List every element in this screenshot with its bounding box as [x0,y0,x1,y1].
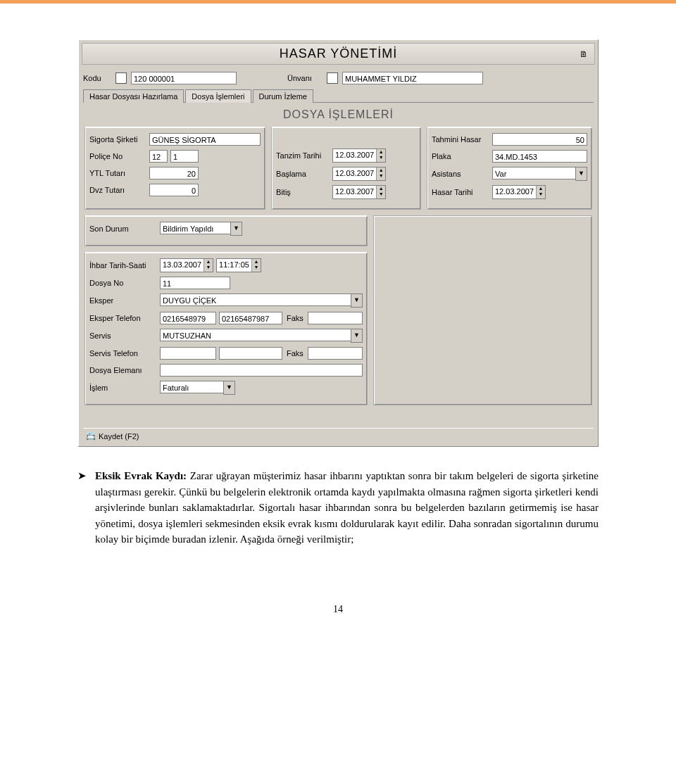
servis-faks-input[interactable] [308,347,363,360]
chevron-down-icon: ▼ [223,381,235,395]
baslama-label: Başlama [276,170,332,178]
eksper-combo[interactable]: DUYGU ÇİÇEK ▼ [160,293,363,308]
tanzim-tarihi-label: Tanzim Tarihi [276,151,332,160]
chevron-down-icon: ▼ [230,222,242,236]
eksper-tel2-input[interactable]: 02165487987 [219,312,282,324]
dvz-tutari-input[interactable]: 0 [149,184,199,196]
police-no-1-input[interactable]: 12 [149,150,168,163]
son-durum-label: Son Durum [89,225,160,233]
save-button[interactable]: Kaydet (F2) [99,432,139,441]
servis-faks-label: Faks [287,349,308,358]
ihbar-label: İhbar Tarih-Saati [89,261,160,270]
chevron-down-icon: ▼ [351,329,363,343]
group-hasar: Tahmini Hasar 50 Plaka 34.MD.1453 Asista… [427,127,592,210]
bullet-icon: ➤ [77,468,87,548]
servis-tel2-input[interactable] [219,347,282,360]
panel-title: DOSYA İŞLEMLERİ [80,103,596,125]
eksper-faks-input[interactable] [308,312,363,324]
sigorta-sirketi-input[interactable]: GÜNEŞ SİGORTA [149,133,261,146]
page-number: 14 [77,604,599,615]
faks-label: Faks [287,314,308,322]
tanzim-tarihi-input[interactable]: 12.03.2007▲▼ [332,148,386,163]
tab-bar: Hasar Dosyası Hazırlama Dosya İşlemleri … [83,89,594,103]
tahmini-hasar-label: Tahmini Hasar [432,135,492,144]
hasar-tarihi-label: Hasar Tarihi [432,188,492,196]
ytl-tutari-input[interactable]: 20 [149,167,199,179]
ytl-tutari-label: YTL Tutarı [89,169,149,177]
doc-icon[interactable] [115,72,127,84]
servis-tel1-input[interactable] [160,347,216,360]
asistans-combo[interactable]: Var ▼ [492,167,587,181]
ihbar-time-input[interactable]: 11:17:05▲▼ [216,258,261,272]
dosya-elemani-label: Dosya Elemanı [89,366,160,374]
dosya-no-input[interactable]: 11 [160,277,230,289]
kodu-input[interactable]: 120 000001 [131,72,237,84]
save-icon[interactable]: 📇 [86,431,96,441]
preview-panel [373,215,592,405]
tab-durum-izleme[interactable]: Durum İzleme [253,89,313,103]
unvani-input[interactable]: MUHAMMET YILDIZ [342,72,483,84]
dosya-elemani-input[interactable] [160,364,363,377]
plaka-input[interactable]: 34.MD.1453 [492,150,587,163]
ihbar-date-input[interactable]: 13.03.2007▲▼ [160,258,213,272]
islem-label: İşlem [89,384,160,392]
bottom-toolbar: 📇 Kaydet (F2) [83,428,594,443]
app-window: HASAR YÖNETİMİ 🗎 Kodu 120 000001 Ünvanı … [77,39,599,447]
dvz-tutari-label: Dvz Tutarı [89,186,149,194]
group-detay: İhbar Tarih-Saati 13.03.2007▲▼ 11:17:05▲… [84,252,368,405]
islem-combo[interactable]: Faturalı ▼ [160,381,235,395]
bitis-input[interactable]: 12.03.2007▲▼ [332,185,386,199]
chevron-down-icon: ▼ [351,293,363,308]
group-son-durum: Son Durum Bildirim Yapıldı ▼ [84,215,368,246]
eksper-label: Eksper [89,296,160,305]
eksper-tel-label: Eksper Telefon [89,314,160,322]
servis-label: Servis [89,331,160,340]
tab-dosya-islemleri[interactable]: Dosya İşlemleri [185,89,251,103]
servis-combo[interactable]: MUTSUZHAN ▼ [160,329,363,343]
new-doc-icon[interactable]: 🗎 [580,49,589,59]
son-durum-combo[interactable]: Bildirim Yapıldı ▼ [160,222,242,236]
window-title: HASAR YÖNETİMİ [280,46,398,61]
bitis-label: Bitiş [276,188,332,196]
unvani-label: Ünvanı [287,74,323,82]
article-heading: Eksik Evrak Kaydı: [95,470,187,481]
sigorta-sirketi-label: Sigorta Şirketi [89,135,149,144]
doc-icon[interactable] [327,72,338,84]
eksper-tel1-input[interactable]: 0216548979 [160,312,216,324]
article-paragraph: ➤ Eksik Evrak Kaydı: Zarar uğrayan müşte… [77,468,599,548]
dosya-no-label: Dosya No [89,279,160,287]
group-tarih: Tanzim Tarihi 12.03.2007▲▼ Başlama 12.03… [271,127,421,210]
window-title-bar: HASAR YÖNETİMİ 🗎 [82,43,595,65]
group-sigorta: Sigorta Şirketi GÜNEŞ SİGORTA Poliçe No … [84,127,265,210]
baslama-input[interactable]: 12.03.2007▲▼ [332,167,386,181]
asistans-label: Asistans [432,170,492,178]
header-row: Kodu 120 000001 Ünvanı MUHAMMET YILDIZ [83,72,594,84]
chevron-down-icon: ▼ [575,167,587,181]
police-no-2-input[interactable]: 1 [170,150,199,163]
tab-hasar-dosyasi[interactable]: Hasar Dosyası Hazırlama [83,89,184,103]
hasar-tarihi-input[interactable]: 12.03.2007▲▼ [492,185,546,199]
police-no-label: Poliçe No [89,152,149,160]
tahmini-hasar-input[interactable]: 50 [492,133,587,146]
plaka-label: Plaka [432,152,492,160]
kodu-label: Kodu [83,74,111,82]
servis-tel-label: Servis Telefon [89,349,160,358]
